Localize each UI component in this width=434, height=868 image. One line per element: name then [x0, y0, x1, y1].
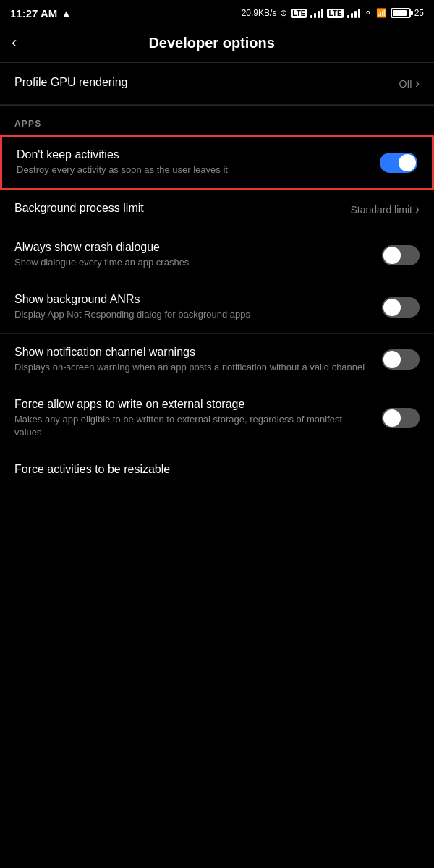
- setting-content-always-show-crash-dialogue: Always show crash dialogue Show dialogue…: [14, 241, 382, 269]
- setting-row-always-show-crash-dialogue[interactable]: Always show crash dialogue Show dialogue…: [0, 229, 434, 281]
- toggle-force-allow-external-storage[interactable]: [382, 408, 420, 428]
- profile-gpu-chevron: ›: [415, 76, 420, 91]
- chevron-background-process-limit: ›: [415, 202, 420, 217]
- setting-title-show-background-anrs: Show background ANRs: [14, 293, 370, 306]
- setting-desc-force-allow-external-storage: Makes any app eligible to be written to …: [14, 413, 370, 439]
- status-icons: 20.9KB/s ⊙ LTE LTE ⚬ 📶 25: [242, 7, 424, 19]
- lte-badge-1: LTE: [291, 9, 307, 18]
- setting-desc-show-background-anrs: Display App Not Responding dialog for ba…: [14, 308, 370, 321]
- setting-row-force-allow-external-storage[interactable]: Force allow apps to write on external st…: [0, 386, 434, 451]
- setting-content-force-activities-resizable: Force activities to be resizable: [14, 463, 420, 478]
- setting-title-show-notification-channel-warnings: Show notification channel warnings: [14, 346, 370, 359]
- setting-row-show-notification-channel-warnings[interactable]: Show notification channel warnings Displ…: [0, 334, 434, 386]
- wifi-icon: ⚬: [364, 7, 373, 19]
- status-bar: 11:27 AM ▲ 20.9KB/s ⊙ LTE LTE ⚬ 📶 25: [0, 0, 434, 26]
- page-title: Developer options: [28, 35, 395, 51]
- battery-icon: [391, 8, 411, 18]
- wifi-symbol: 📶: [376, 8, 387, 18]
- battery-percent: 25: [414, 8, 424, 18]
- setting-row-force-activities-resizable[interactable]: Force activities to be resizable: [0, 451, 434, 490]
- toggle-always-show-crash-dialogue[interactable]: [382, 245, 420, 265]
- status-time: 11:27 AM ▲: [10, 7, 71, 20]
- setting-row-show-background-anrs[interactable]: Show background ANRs Display App Not Res…: [0, 281, 434, 333]
- top-bar: ‹ Developer options: [0, 26, 434, 62]
- network-speed: 20.9KB/s: [242, 8, 277, 18]
- signal-bars-1: [310, 8, 323, 18]
- back-button[interactable]: ‹: [12, 33, 17, 52]
- setting-content-show-background-anrs: Show background ANRs Display App Not Res…: [14, 293, 382, 321]
- setting-content-force-allow-external-storage: Force allow apps to write on external st…: [14, 398, 382, 439]
- setting-title-background-process-limit: Background process limit: [14, 202, 339, 215]
- clock-icon: ⊙: [280, 8, 287, 18]
- setting-row-dont-keep-activities[interactable]: Don't keep activities Destroy every acti…: [0, 135, 434, 190]
- toggle-dont-keep-activities[interactable]: [380, 153, 417, 173]
- toggle-show-notification-channel-warnings[interactable]: [382, 349, 420, 370]
- setting-title-dont-keep-activities: Don't keep activities: [17, 148, 368, 161]
- setting-content-background-process-limit: Background process limit: [14, 202, 350, 217]
- setting-value-background-process-limit: Standard limit: [350, 204, 412, 216]
- setting-desc-dont-keep-activities: Destroy every activity as soon as the us…: [17, 163, 368, 176]
- setting-title-force-allow-external-storage: Force allow apps to write on external st…: [14, 398, 370, 411]
- setting-content-dont-keep-activities: Don't keep activities Destroy every acti…: [17, 148, 380, 176]
- setting-title-always-show-crash-dialogue: Always show crash dialogue: [14, 241, 370, 254]
- setting-row-background-process-limit[interactable]: Background process limit Standard limit›: [0, 190, 434, 229]
- apps-section-label: APPS: [0, 106, 434, 135]
- settings-list: Don't keep activities Destroy every acti…: [0, 135, 434, 490]
- toggle-show-background-anrs[interactable]: [382, 297, 420, 318]
- setting-content-show-notification-channel-warnings: Show notification channel warnings Displ…: [14, 346, 382, 374]
- setting-title-force-activities-resizable: Force activities to be resizable: [14, 463, 408, 476]
- setting-desc-always-show-crash-dialogue: Show dialogue every time an app crashes: [14, 256, 370, 269]
- setting-desc-show-notification-channel-warnings: Displays on-screen warning when an app p…: [14, 361, 370, 374]
- profile-gpu-row[interactable]: Profile GPU rendering Off ›: [0, 63, 434, 105]
- lte-badge-2: LTE: [327, 9, 343, 18]
- signal-bars-2: [347, 8, 360, 18]
- warning-icon: ▲: [61, 8, 71, 19]
- time-display: 11:27 AM: [10, 7, 57, 20]
- profile-gpu-value: Off: [399, 78, 412, 90]
- profile-gpu-label: Profile GPU rendering: [14, 76, 128, 89]
